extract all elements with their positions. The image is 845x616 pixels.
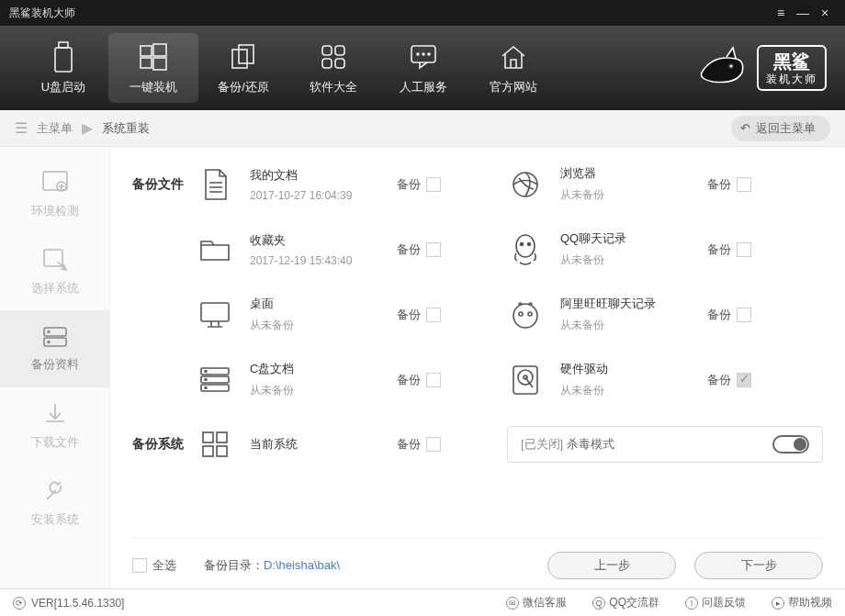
- item-name: 阿里旺旺聊天记录: [560, 296, 707, 312]
- sidebar-item-backup-data[interactable]: 备份资料: [0, 310, 109, 387]
- antivirus-panel: [已关闭] 杀毒模式: [507, 426, 823, 463]
- svg-rect-28: [201, 303, 229, 321]
- sidebar-item-download[interactable]: 下载文件: [0, 387, 109, 465]
- prev-button[interactable]: 上一步: [547, 552, 676, 579]
- sidebar-label: 环境检测: [31, 203, 79, 219]
- backup-label: 备份: [707, 241, 731, 258]
- item-sub: 从未备份: [250, 383, 397, 398]
- svg-point-30: [519, 312, 523, 316]
- sidebar-item-select-system[interactable]: 选择系统: [0, 233, 109, 310]
- close-button[interactable]: ×: [814, 6, 836, 20]
- backup-label: 备份: [707, 307, 731, 323]
- breadcrumb-root[interactable]: 主菜单: [37, 120, 73, 137]
- brand: 黑鲨 装机大师: [694, 40, 827, 95]
- nav-usb-boot[interactable]: U盘启动: [18, 33, 108, 103]
- checkbox-driver[interactable]: [737, 373, 751, 387]
- svg-rect-41: [203, 432, 213, 442]
- checkbox-docs[interactable]: [426, 177, 441, 192]
- svg-rect-3: [153, 44, 166, 56]
- svg-point-16: [729, 64, 733, 68]
- svg-rect-1: [55, 48, 72, 72]
- wrench-icon: [42, 478, 68, 504]
- item-sub: 从未备份: [560, 252, 707, 268]
- nav-one-click-install[interactable]: 一键装机: [108, 33, 198, 103]
- backup-label: 备份: [397, 372, 421, 388]
- svg-rect-11: [335, 59, 344, 68]
- item-name: C盘文档: [250, 361, 397, 377]
- qq-group-icon: Q: [592, 597, 605, 610]
- back-to-main-button[interactable]: ↶ 返回主菜单: [731, 116, 830, 141]
- next-button[interactable]: 下一步: [694, 552, 823, 579]
- svg-point-22: [48, 331, 50, 333]
- checkbox-ali[interactable]: [737, 308, 751, 322]
- path-value[interactable]: D:\heisha\bak\: [264, 558, 340, 572]
- windows-grid-icon: [197, 426, 233, 463]
- svg-rect-0: [59, 42, 68, 48]
- item-sub: 从未备份: [560, 383, 707, 398]
- svg-point-15: [428, 53, 430, 55]
- usb-icon: [51, 40, 75, 73]
- svg-point-37: [205, 386, 207, 388]
- item-sub: 从未备份: [250, 318, 397, 333]
- minimize-button[interactable]: —: [792, 6, 814, 20]
- checkbox-desktop[interactable]: [426, 308, 441, 322]
- svg-point-36: [205, 378, 207, 380]
- main-body: 环境检测 选择系统 备份资料 下载文件 安装系统 备份文件 我的文档2017: [0, 147, 845, 588]
- titlebar: 黑鲨装机大师 ≡ — ×: [0, 0, 845, 26]
- checkbox-browser[interactable]: [737, 177, 751, 192]
- backup-row: 收藏夹2017-12-19 15:43:40 备份 QQ聊天记录从未备份 备份: [132, 230, 823, 268]
- checkbox-select-all[interactable]: [132, 558, 147, 573]
- svg-point-27: [528, 242, 531, 245]
- item-name: 桌面: [250, 296, 397, 312]
- item-name: 当前系统: [250, 436, 397, 453]
- sidebar-item-env-check[interactable]: 环境检测: [0, 156, 109, 233]
- server-icon: [197, 362, 233, 398]
- backup-label: 备份: [397, 241, 421, 258]
- version-text: VER[11.5.46.1330]: [31, 597, 124, 610]
- item-sub: 从未备份: [560, 318, 707, 333]
- svg-rect-17: [43, 172, 67, 190]
- section-backup-files: 备份文件: [132, 176, 197, 193]
- item-sub: 2017-10-27 16:04:39: [250, 189, 397, 202]
- antivirus-state: [已关闭]: [521, 436, 563, 453]
- nav-label: 软件大全: [310, 79, 357, 95]
- status-link-qq-group[interactable]: QQQ交流群: [592, 595, 659, 610]
- grid-icon: [320, 40, 347, 73]
- status-link-help-video[interactable]: ▸帮助视频: [772, 595, 832, 610]
- breadcrumb-current: 系统重装: [102, 120, 150, 137]
- menu-button[interactable]: ≡: [770, 6, 792, 20]
- backup-label: 备份: [397, 436, 421, 453]
- breadcrumb-bar: ☰ 主菜单 ▶ 系统重装 ↶ 返回主菜单: [0, 110, 845, 147]
- checkbox-cdrive[interactable]: [426, 373, 441, 387]
- svg-point-26: [521, 242, 524, 245]
- svg-point-14: [422, 53, 424, 55]
- nav-website[interactable]: 官方网站: [468, 33, 558, 103]
- list-icon: ☰: [15, 119, 28, 137]
- antivirus-toggle[interactable]: [772, 435, 809, 454]
- item-name: 浏览器: [560, 165, 707, 182]
- svg-rect-7: [239, 45, 254, 63]
- shark-logo-icon: [694, 40, 749, 95]
- checkbox-os[interactable]: [426, 437, 441, 452]
- svg-point-23: [48, 342, 50, 343]
- svg-rect-6: [232, 50, 247, 68]
- status-link-feedback[interactable]: !问题反馈: [685, 595, 746, 610]
- sidebar-item-install[interactable]: 安装系统: [0, 465, 109, 542]
- nav-label: U盘启动: [41, 79, 85, 95]
- svg-rect-42: [217, 432, 227, 442]
- checkbox-fav[interactable]: [426, 242, 441, 257]
- app-title: 黑鲨装机大师: [9, 6, 770, 21]
- status-link-wechat[interactable]: ✉微信客服: [506, 595, 567, 610]
- nav-backup-restore[interactable]: 备份/还原: [198, 33, 288, 103]
- qq-icon: [507, 231, 544, 268]
- backup-row: 备份文件 我的文档2017-10-27 16:04:39 备份 浏览器从未备份 …: [132, 165, 823, 203]
- refresh-icon[interactable]: ⟳: [13, 597, 26, 610]
- sidebar-label: 选择系统: [31, 280, 79, 297]
- backup-label: 备份: [707, 176, 731, 193]
- checkbox-qq[interactable]: [737, 242, 751, 257]
- breadcrumb-sep: ▶: [82, 119, 93, 137]
- nav-software[interactable]: 软件大全: [288, 33, 378, 103]
- feedback-icon: !: [685, 597, 698, 610]
- nav-support[interactable]: 人工服务: [378, 33, 468, 103]
- back-label: 返回主菜单: [756, 120, 816, 137]
